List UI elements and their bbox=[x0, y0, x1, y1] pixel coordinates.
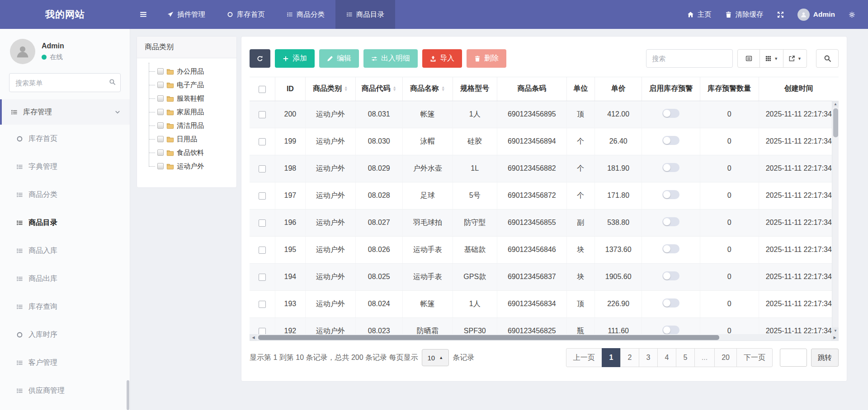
home-link[interactable]: 主页 bbox=[687, 10, 712, 19]
column-header-3[interactable]: 商品名称▲▼ bbox=[403, 77, 453, 101]
vertical-scrollbar-thumb[interactable] bbox=[833, 108, 838, 137]
fullscreen-button[interactable] bbox=[777, 11, 784, 18]
table-row-192[interactable]: 192运动户外08.023防晒霜SPF30690123456825瓶111.60… bbox=[250, 317, 839, 334]
in-out-detail-button[interactable]: 出入明细 bbox=[363, 49, 418, 68]
row-checkbox[interactable] bbox=[259, 274, 266, 281]
tree-checkbox[interactable] bbox=[157, 68, 164, 75]
column-header-7[interactable]: 单价 bbox=[594, 77, 642, 101]
delete-button[interactable]: 删除 bbox=[467, 49, 506, 68]
tree-item-4[interactable]: 清洁用品 bbox=[146, 119, 233, 132]
sidebar-toggle-button[interactable] bbox=[130, 0, 156, 29]
sidebar-item-10[interactable]: 供应商管理 bbox=[0, 377, 130, 405]
column-header-8[interactable]: 启用库存预警 bbox=[642, 77, 700, 101]
table-row-194[interactable]: 194运动户外08.025运动手表GPS款690123456837块1905.6… bbox=[250, 263, 839, 290]
stock-warning-toggle[interactable] bbox=[662, 109, 679, 118]
row-checkbox[interactable] bbox=[259, 301, 266, 308]
stock-warning-toggle[interactable] bbox=[662, 271, 679, 280]
tree-item-2[interactable]: 服装鞋帽 bbox=[146, 92, 233, 105]
search-toggle-button[interactable] bbox=[816, 49, 839, 68]
column-header-0[interactable]: ID bbox=[275, 77, 305, 101]
stock-warning-toggle[interactable] bbox=[662, 136, 679, 145]
jump-button[interactable]: 跳转 bbox=[811, 349, 839, 367]
table-row-200[interactable]: 200运动户外08.031帐篷1人690123456895顶412.000202… bbox=[250, 101, 839, 128]
sidebar-item-2[interactable]: 字典管理 bbox=[0, 153, 130, 181]
page-button-5[interactable]: 5 bbox=[676, 348, 695, 367]
column-header-2[interactable]: 商品代码▲▼ bbox=[355, 77, 402, 101]
tree-item-5[interactable]: 日用品 bbox=[146, 132, 233, 146]
settings-button[interactable] bbox=[849, 11, 855, 18]
horizontal-scrollbar-thumb[interactable] bbox=[258, 335, 719, 340]
stock-warning-toggle[interactable] bbox=[662, 163, 679, 172]
column-header-1[interactable]: 商品类别▲▼ bbox=[306, 77, 356, 101]
row-checkbox[interactable] bbox=[259, 111, 266, 118]
page-button-1[interactable]: 1 bbox=[602, 348, 621, 367]
row-checkbox[interactable] bbox=[259, 219, 266, 227]
table-row-199[interactable]: 199运动户外08.030泳帽硅胶690123456894个26.4002025… bbox=[250, 128, 839, 155]
tree-item-6[interactable]: 食品饮料 bbox=[146, 146, 233, 159]
sidebar-item-7[interactable]: 库存查询 bbox=[0, 293, 130, 321]
table-search-input[interactable] bbox=[646, 49, 733, 68]
scroll-right-arrow-icon[interactable]: ▶ bbox=[831, 334, 838, 340]
table-row-198[interactable]: 198运动户外08.029户外水壶1L690123456882个181.9002… bbox=[250, 155, 839, 182]
sidebar-item-4[interactable]: 商品目录 bbox=[0, 209, 130, 237]
table-row-197[interactable]: 197运动户外08.028足球5号690123456872个171.800202… bbox=[250, 182, 839, 209]
edit-button[interactable]: 编辑 bbox=[319, 49, 359, 68]
sidebar-item-1[interactable]: 库存首页 bbox=[0, 125, 130, 153]
nav-item-3[interactable]: 商品目录 bbox=[335, 0, 395, 29]
stock-warning-toggle[interactable] bbox=[662, 326, 679, 334]
sidebar-item-8[interactable]: 入库时序 bbox=[0, 321, 130, 349]
add-button[interactable]: 添加 bbox=[275, 49, 315, 68]
stock-warning-toggle[interactable] bbox=[662, 298, 679, 308]
horizontal-scrollbar[interactable]: ◀ ▶ bbox=[250, 334, 839, 341]
stock-warning-toggle[interactable] bbox=[662, 217, 679, 226]
vertical-scrollbar[interactable]: ▲ ▼ bbox=[832, 101, 839, 334]
jump-page-input[interactable] bbox=[780, 349, 807, 367]
column-header-10[interactable]: 创建时间 bbox=[759, 77, 839, 101]
table-row-193[interactable]: 193运动户外08.024帐篷1人690123456834顶226.900202… bbox=[250, 290, 839, 317]
page-size-dropdown[interactable]: 10 ▲ bbox=[422, 349, 449, 366]
import-button[interactable]: 导入 bbox=[422, 49, 462, 68]
nav-item-0[interactable]: 插件管理 bbox=[156, 0, 216, 29]
menu-search-input[interactable] bbox=[9, 73, 121, 92]
next-page-button[interactable]: 下一页 bbox=[736, 348, 773, 367]
tree-checkbox[interactable] bbox=[157, 136, 164, 142]
table-row-196[interactable]: 196运动户外08.027羽毛球拍防守型690123456855副538.800… bbox=[250, 209, 839, 236]
tree-item-1[interactable]: 电子产品 bbox=[146, 78, 233, 92]
scroll-down-arrow-icon[interactable]: ▼ bbox=[832, 327, 839, 334]
columns-dropdown-button[interactable]: ▼ bbox=[760, 49, 783, 68]
tree-checkbox[interactable] bbox=[157, 95, 164, 102]
row-checkbox[interactable] bbox=[259, 165, 266, 172]
sidebar-item-3[interactable]: 商品分类 bbox=[0, 181, 130, 209]
nav-item-1[interactable]: 库存首页 bbox=[216, 0, 276, 29]
scroll-up-arrow-icon[interactable]: ▲ bbox=[832, 101, 839, 107]
select-all-checkbox[interactable] bbox=[259, 86, 266, 93]
stock-warning-toggle[interactable] bbox=[662, 244, 679, 253]
tree-checkbox[interactable] bbox=[157, 149, 164, 156]
tree-item-0[interactable]: 办公用品 bbox=[146, 65, 233, 78]
row-checkbox[interactable] bbox=[259, 247, 266, 254]
refresh-button[interactable] bbox=[250, 49, 270, 68]
tree-item-7[interactable]: 运动户外 bbox=[146, 159, 233, 173]
tree-checkbox[interactable] bbox=[157, 122, 164, 129]
row-checkbox[interactable] bbox=[259, 328, 266, 334]
row-checkbox[interactable] bbox=[259, 192, 266, 200]
column-header-5[interactable]: 商品条码 bbox=[497, 77, 566, 101]
scroll-left-arrow-icon[interactable]: ◀ bbox=[250, 334, 257, 340]
tree-item-3[interactable]: 家居用品 bbox=[146, 105, 233, 119]
sidebar-item-6[interactable]: 商品出库 bbox=[0, 265, 130, 293]
sidebar-item-9[interactable]: 客户管理 bbox=[0, 349, 130, 377]
page-button-20[interactable]: 20 bbox=[714, 348, 737, 367]
prev-page-button[interactable]: 上一页 bbox=[566, 348, 602, 367]
user-menu[interactable]: Admin bbox=[797, 9, 835, 21]
tree-checkbox[interactable] bbox=[157, 82, 164, 88]
stock-warning-toggle[interactable] bbox=[662, 190, 679, 199]
nav-item-2[interactable]: 商品分类 bbox=[276, 0, 335, 29]
sidebar-item-0[interactable]: 库存管理 bbox=[0, 99, 130, 125]
row-checkbox[interactable] bbox=[259, 138, 266, 145]
column-header-9[interactable]: 库存预警数量 bbox=[700, 77, 759, 101]
clear-cache-link[interactable]: 清除缓存 bbox=[725, 10, 764, 19]
column-header-6[interactable]: 单位 bbox=[566, 77, 594, 101]
tree-checkbox[interactable] bbox=[157, 163, 164, 169]
sidebar-item-5[interactable]: 商品入库 bbox=[0, 237, 130, 265]
page-button-2[interactable]: 2 bbox=[620, 348, 639, 367]
